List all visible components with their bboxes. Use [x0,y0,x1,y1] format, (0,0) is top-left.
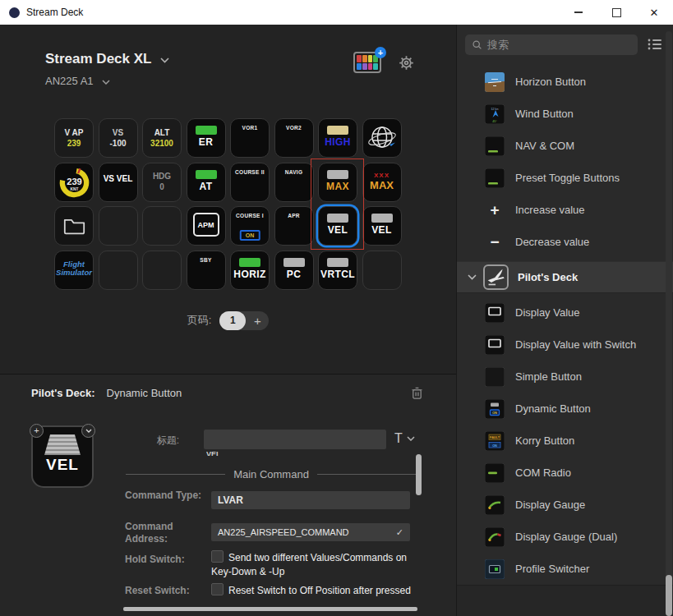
key-r2c6-navig[interactable]: NAVIG [274,163,314,202]
action-item-display-gauge-dual-[interactable]: Display Gauge (Dual) [457,521,673,553]
text-style-label: T [394,431,403,446]
minimize-button[interactable] [560,0,597,25]
key-r3c1-folder[interactable] [54,206,94,246]
reset-switch-text: Reset Switch to Off Position after press… [228,585,411,596]
key-r1c7-high[interactable]: HIGH [318,118,357,158]
key-r3c2[interactable] [99,206,138,246]
device-name: Stream Deck XL [45,51,151,67]
command-type-select[interactable]: LVAR [211,491,410,509]
key-r4c7-vrtcl[interactable]: VRTCL [318,251,357,290]
folder-icon [63,217,85,235]
reset-switch-label: Reset Switch: [125,585,207,597]
key-r4c2[interactable] [99,251,138,290]
device-key-dot [368,63,373,71]
action-item-display-value-with-switch[interactable]: Display Value with Switch [457,329,673,361]
delete-action-button[interactable] [411,386,423,400]
key-r4c4-sby[interactable]: SBY [187,251,226,290]
svg-text:ON: ON [492,444,497,447]
actions-sidebar: 搜索 Horizon Button12 kn45°Wind ButtonNAV … [456,25,673,616]
chevron-down-icon [102,75,110,87]
switch-bar [327,214,348,223]
key-r2c1-gauge[interactable]: 239KNT [54,163,94,202]
command-address-input[interactable]: AN225_AIRSPEED_COMMAND ✓ [211,523,410,541]
list-view-button[interactable] [648,39,662,50]
device-selector[interactable]: Stream Deck XL [45,51,169,67]
key-r1c5-vor1[interactable]: VOR1 [230,118,270,158]
page-pill: 1 + [219,311,269,330]
category-pilots-deck[interactable]: Pilot's Deck [457,261,673,293]
key-r1c4-er[interactable]: ER [187,118,226,158]
minimize-icon [574,11,583,13]
key-r4c6-pc[interactable]: PC [274,251,314,290]
hold-switch-checkbox[interactable] [211,550,224,563]
key-label: MAX [326,182,349,191]
key-r2c5-course-ii[interactable]: COURSE II [230,163,270,202]
key-r1c1-t2[interactable]: V AP239 [54,118,94,158]
key-r3c6-apr[interactable]: APR [274,206,314,246]
dispvalsw-icon [485,335,505,355]
key-r3c4-apm[interactable]: APM [187,206,226,246]
key-r1c3-t2[interactable]: ALT32100 [142,118,182,158]
action-item-profile-switcher[interactable]: Profile Switcher [457,553,673,585]
key-r3c5-courseon[interactable]: COURSE ION [230,206,270,246]
key-r2c4-at[interactable]: AT [187,163,226,202]
action-item-display-gauge[interactable]: Display Gauge [457,489,673,521]
action-item-dynamic-button[interactable]: ONDynamic Button [457,393,673,425]
on-indicator: ON [240,230,260,241]
action-item-korry-button[interactable]: FAULTONKorry Button [457,425,673,457]
current-page-button[interactable]: 1 [219,311,246,330]
action-item-label: Horizon Button [515,76,586,88]
text-style-dropdown[interactable]: T [394,431,415,446]
action-item-label: Korry Button [515,434,574,447]
settings-button[interactable] [398,54,415,71]
reset-switch-checkbox[interactable] [211,583,224,595]
key-r4c5-horiz[interactable]: HORIZ [230,251,270,290]
close-button[interactable]: ✕ [635,0,673,25]
key-r1c8-globe[interactable] [362,118,402,158]
switch-graphic [44,434,81,455]
key-top-label: XXX [374,172,390,179]
action-item-simple-button[interactable]: Simple Button [457,361,673,393]
key-r4c1-fslogo[interactable]: FlightSimulator [54,251,94,290]
key-r2c2-vs-vel[interactable]: VS VEL [99,163,138,202]
action-item-nav-com[interactable]: NAV & COM [457,130,673,162]
key-r4c3[interactable] [142,251,182,290]
key-bottom-label: MAX [370,180,394,191]
switch-bar [327,170,348,179]
key-r3c8-vel[interactable]: VEL [362,206,402,246]
key-r2c7-max[interactable]: MAX [318,163,357,202]
wind-icon: 12 kn45° [485,104,505,124]
svg-text:12 kn: 12 kn [491,107,499,110]
action-preview-key[interactable]: VEL + [31,425,94,488]
key-r1c2-t2[interactable]: VS-100 [99,118,138,158]
key-r2c8-x2[interactable]: XXXMAX [362,163,402,202]
action-item-increase-value[interactable]: +Increase value [457,194,673,226]
profile-selector[interactable]: AN225 A1 [45,75,169,87]
key-r3c3[interactable] [142,206,182,246]
action-item-decrease-value[interactable]: −Decrease value [457,226,673,258]
chevron-down-icon[interactable] [468,274,477,280]
key-r3c7-vel[interactable]: VEL [318,206,357,246]
maximize-button[interactable] [597,0,635,25]
key-r4c8[interactable] [362,251,402,290]
state-dropdown-button[interactable] [81,424,95,438]
add-page-button[interactable]: + [246,315,269,327]
key-r2c3-t2[interactable]: HDG0 [142,163,182,202]
inspector-scrollbar[interactable] [416,454,422,495]
title-input[interactable] [204,430,386,449]
action-item-display-value[interactable]: Display Value [457,297,673,329]
action-item-com-radio[interactable]: COM Radio [457,457,673,489]
action-item-label: Display Value [515,306,580,319]
sidebar-scrollbar-thumb[interactable] [666,575,672,616]
window-controls: ✕ [560,0,673,25]
add-device-button[interactable]: + [353,52,381,73]
search-input[interactable]: 搜索 [465,34,638,55]
action-item-horizon-button[interactable]: Horizon Button [457,66,673,98]
chevron-down-icon [407,436,415,441]
action-item-wind-button[interactable]: 12 kn45°Wind Button [457,98,673,130]
key-r1c6-vor2[interactable]: VOR2 [274,118,314,158]
action-item-label: NAV & COM [515,140,574,152]
add-state-button[interactable]: + [30,424,44,438]
action-item-preset-toggle-buttons[interactable]: Preset Toggle Buttons [457,162,673,194]
action-item-label: Profile Switcher [515,563,589,575]
